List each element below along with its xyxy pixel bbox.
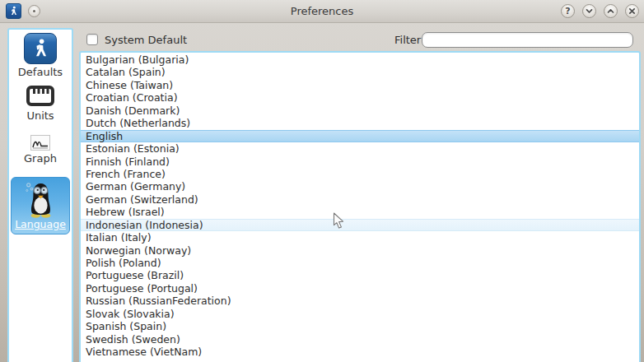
list-item[interactable]: Norwegian (Norway) — [81, 244, 639, 257]
help-button[interactable]: ? — [561, 4, 575, 18]
question-mark-icon: ? — [565, 6, 570, 16]
sidebar: Defaults Units Graph — [7, 28, 73, 362]
list-item[interactable]: Portuguese (Brazil) — [81, 269, 639, 281]
filter-label: Filter — [394, 34, 421, 46]
list-item[interactable]: Bulgarian (Bulgaria) — [81, 53, 639, 66]
list-item[interactable]: Portuguese (Portugal) — [81, 282, 639, 295]
list-item[interactable]: Slovak (Slovakia) — [81, 308, 639, 320]
graph-curve-icon — [30, 135, 50, 151]
language-list: Bulgarian (Bulgaria)Catalan (Spain)Chine… — [79, 51, 641, 362]
list-item[interactable]: Indonesian (Indonesia) — [81, 219, 639, 231]
list-item[interactable]: Spanish (Spain) — [81, 320, 639, 332]
sidebar-item-units[interactable]: Units — [11, 84, 70, 122]
list-item[interactable]: German (Germany) — [81, 180, 639, 193]
sidebar-item-defaults[interactable]: Defaults — [11, 33, 70, 78]
list-item[interactable]: Catalan (Spain) — [81, 66, 639, 78]
sidebar-item-label: Units — [26, 109, 54, 122]
preferences-window: { "window": { "title": "Preferences" }, … — [0, 0, 644, 362]
list-item[interactable]: English — [81, 130, 639, 142]
system-default-label: System Default — [105, 34, 187, 46]
shade-button[interactable] — [582, 4, 596, 18]
hiker-icon — [24, 33, 57, 64]
list-item[interactable]: Finnish (Finland) — [81, 155, 639, 168]
list-item[interactable]: Chinese (Taiwan) — [81, 79, 639, 91]
list-item[interactable]: Swedish (Sweden) — [81, 333, 639, 346]
list-item[interactable]: Dutch (Netherlands) — [81, 117, 639, 129]
list-item[interactable]: Italian (Italy) — [81, 231, 639, 244]
window-title: Preferences — [0, 5, 644, 17]
list-item[interactable]: Vietnamese (VietNam) — [81, 346, 639, 358]
chevron-up-icon — [606, 7, 615, 16]
titlebar: Preferences ? — [0, 0, 644, 23]
penguin-icon — [23, 180, 58, 218]
chevron-down-icon — [585, 7, 594, 16]
window-controls: ? — [561, 4, 639, 18]
list-item[interactable]: Croatian (Croatia) — [81, 91, 639, 104]
list-item[interactable]: Polish (Poland) — [81, 257, 639, 269]
filter-input[interactable] — [422, 32, 633, 48]
sidebar-item-label: Defaults — [18, 66, 63, 78]
close-icon — [628, 7, 637, 16]
close-button[interactable] — [625, 4, 639, 18]
sidebar-item-label: Graph — [24, 152, 57, 165]
ruler-icon — [26, 84, 55, 108]
sidebar-item-graph[interactable]: Graph — [11, 135, 70, 165]
sidebar-item-label: Language — [15, 218, 66, 230]
list-item[interactable]: Russian (RussianFederation) — [81, 295, 639, 307]
list-item[interactable]: Estonian (Estonia) — [81, 142, 639, 155]
list-item[interactable]: French (France) — [81, 168, 639, 180]
list-item[interactable]: Hebrew (Israel) — [81, 206, 639, 218]
sidebar-item-language[interactable]: Language — [11, 177, 70, 234]
list-item[interactable]: Danish (Denmark) — [81, 104, 639, 117]
keep-above-button[interactable] — [604, 4, 618, 18]
list-item[interactable]: German (Switzerland) — [81, 193, 639, 206]
system-default-checkbox[interactable] — [86, 34, 98, 45]
